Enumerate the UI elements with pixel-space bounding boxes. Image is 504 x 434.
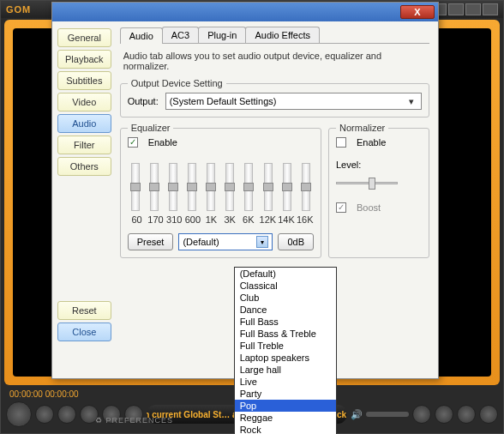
output-device-group: Output Device Setting Output: (System De…	[120, 83, 429, 118]
preset-option[interactable]: Laptop speakers	[235, 352, 336, 364]
reset-button[interactable]: Reset	[57, 301, 111, 320]
output-group-title: Output Device Setting	[128, 78, 226, 88]
equalizer-enable-checkbox[interactable]: Enable	[128, 137, 314, 148]
equalizer-title: Equalizer	[128, 123, 174, 133]
play-button[interactable]	[6, 401, 32, 427]
eq-label: 60	[129, 214, 145, 225]
tab-audio[interactable]: Audio	[120, 27, 163, 44]
preset-option[interactable]: Reggae	[235, 412, 336, 424]
eq-band-3k[interactable]	[225, 163, 234, 211]
boost-checkbox[interactable]: Boost	[336, 202, 422, 213]
sidebar-item-audio[interactable]: Audio	[57, 114, 111, 133]
sidebar-item-playback[interactable]: Playback	[57, 50, 111, 69]
normalizer-enable-checkbox[interactable]: Enable	[336, 137, 422, 148]
preset-option[interactable]: Pop	[235, 400, 336, 412]
app-logo: GOM	[6, 4, 31, 15]
preset-option[interactable]: Party	[235, 388, 336, 400]
eq-band-14k[interactable]	[283, 163, 291, 211]
prev-button[interactable]	[57, 405, 76, 424]
eq-label: 3K	[222, 214, 237, 225]
volume-icon: 🔊	[351, 409, 363, 420]
settings-panel: Audio AC3 Plug-in Audio Effects Audio ta…	[117, 21, 438, 378]
extra-button-1[interactable]	[412, 405, 431, 424]
tab-bar: Audio AC3 Plug-in Audio Effects	[120, 27, 429, 44]
preset-value: (Default)	[183, 237, 219, 247]
chevron-down-icon: ▾	[405, 96, 417, 107]
normalizer-group: Normalizer Enable Level: Boost	[328, 128, 429, 258]
extra-button-3[interactable]	[457, 405, 476, 424]
eq-label: 6K	[241, 214, 256, 225]
level-label: Level:	[336, 160, 422, 170]
stop-button[interactable]	[35, 405, 54, 424]
eq-label: 1K	[203, 214, 219, 225]
preset-option[interactable]: Club	[235, 292, 336, 304]
eq-band-16k[interactable]	[302, 163, 310, 211]
preferences-dialog: X General Playback Subtitles Video Audio…	[51, 2, 439, 379]
eq-band-6k[interactable]	[244, 163, 253, 211]
equalizer-group: Equalizer Enable	[120, 128, 321, 258]
ontop-button[interactable]	[465, 3, 481, 15]
tab-audio-effects[interactable]: Audio Effects	[245, 27, 320, 43]
eq-label: 12K	[260, 214, 275, 225]
equalizer-enable-label: Enable	[148, 137, 177, 148]
sidebar-item-subtitles[interactable]: Subtitles	[57, 71, 111, 90]
eq-band-12k[interactable]	[264, 163, 273, 211]
preset-dropdown[interactable]: (Default)ClassicalClubDanceFull BassFull…	[234, 267, 337, 434]
eq-label: 14K	[278, 214, 293, 225]
volume-slider[interactable]	[366, 412, 409, 417]
preset-select[interactable]: (Default) ▾	[178, 233, 273, 250]
dialog-titlebar[interactable]: X	[52, 3, 438, 21]
eq-band-60[interactable]	[131, 163, 140, 211]
preset-option[interactable]: Full Bass	[235, 316, 336, 328]
eq-band-170[interactable]	[150, 163, 159, 211]
normalizer-enable-label: Enable	[357, 137, 386, 148]
preferences-label: ♻ PREFERENCES	[95, 416, 173, 425]
category-sidebar: General Playback Subtitles Video Audio F…	[52, 21, 117, 378]
preset-option[interactable]: Dance	[235, 304, 336, 316]
maximize-button[interactable]	[448, 3, 464, 15]
preset-option[interactable]: (Default)	[235, 268, 336, 280]
eq-label: 600	[185, 214, 201, 225]
boost-label: Boost	[357, 202, 381, 213]
eq-label: 310	[166, 214, 182, 225]
eq-label: 170	[147, 214, 163, 225]
output-label: Output:	[128, 96, 159, 106]
tab-description: Audio tab allows you to set audio output…	[120, 44, 429, 78]
close-button[interactable]: Close	[57, 322, 111, 341]
eq-band-600[interactable]	[188, 163, 196, 211]
output-device-value: (System Default Settings)	[170, 96, 277, 106]
extra-button-2[interactable]	[435, 405, 453, 424]
level-slider[interactable]	[336, 175, 398, 190]
checkbox-icon	[336, 202, 346, 213]
checkbox-icon	[336, 137, 346, 148]
eq-sliders	[128, 156, 314, 211]
preset-option[interactable]: Large hall	[235, 364, 336, 376]
preset-option[interactable]: Classical	[235, 280, 336, 292]
checkbox-icon	[128, 137, 138, 148]
app-close-button[interactable]	[483, 3, 498, 15]
chevron-down-icon: ▾	[256, 236, 268, 248]
eq-band-1k[interactable]	[207, 163, 215, 211]
tab-ac3[interactable]: AC3	[162, 27, 199, 43]
extra-button-4[interactable]	[479, 405, 498, 424]
preset-option[interactable]: Full Bass & Treble	[235, 328, 336, 340]
eq-band-310[interactable]	[169, 163, 177, 211]
tab-plugin[interactable]: Plug-in	[198, 27, 246, 43]
zero-db-button[interactable]: 0dB	[278, 233, 314, 250]
normalizer-title: Normalizer	[336, 123, 388, 133]
dialog-close-button[interactable]: X	[400, 5, 435, 19]
eq-band-labels: 60 170 310 600 1K 3K 6K 12K 14K 16K	[128, 214, 314, 225]
sidebar-item-filter[interactable]: Filter	[57, 136, 111, 154]
preset-button[interactable]: Preset	[128, 233, 174, 250]
preset-option[interactable]: Full Treble	[235, 340, 336, 352]
preset-option[interactable]: Live	[235, 376, 336, 388]
output-device-select[interactable]: (System Default Settings) ▾	[165, 93, 422, 110]
sidebar-item-general[interactable]: General	[57, 28, 111, 47]
sidebar-item-others[interactable]: Others	[57, 157, 111, 176]
eq-label: 16K	[297, 214, 312, 225]
preset-option[interactable]: Rock	[235, 424, 336, 434]
time-display: 00:00:00 00:00:00	[9, 389, 79, 399]
sidebar-item-video[interactable]: Video	[57, 93, 111, 112]
